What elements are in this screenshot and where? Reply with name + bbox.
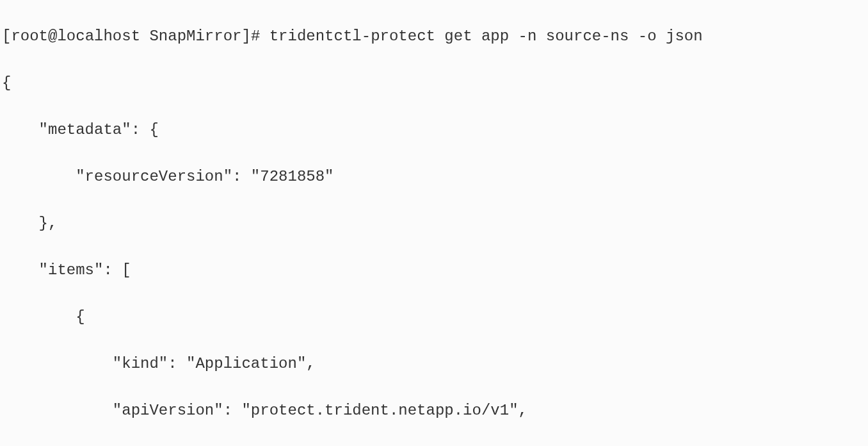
json-line: { <box>2 72 866 95</box>
prompt-dir: SnapMirror <box>149 28 241 45</box>
terminal-output: [root@localhost SnapMirror]# tridentctl-… <box>0 0 868 446</box>
json-line: { <box>2 306 866 329</box>
prompt-hash: # <box>251 28 260 45</box>
prompt-close-bracket: ] <box>241 28 250 45</box>
json-line: "kind": "Application", <box>2 352 866 376</box>
json-line: "metadata": { <box>2 119 866 142</box>
json-line: "apiVersion": "protect.trident.netapp.io… <box>2 399 866 422</box>
json-line: "items": [ <box>2 259 866 282</box>
json-line: "resourceVersion": "7281858" <box>2 165 866 188</box>
json-line: }, <box>2 212 866 235</box>
command-text[interactable]: tridentctl-protect get app -n source-ns … <box>269 28 703 45</box>
prompt-user-host: root@localhost <box>11 28 140 45</box>
prompt-open-bracket: [ <box>2 28 11 45</box>
command-line: [root@localhost SnapMirror]# tridentctl-… <box>2 25 866 48</box>
